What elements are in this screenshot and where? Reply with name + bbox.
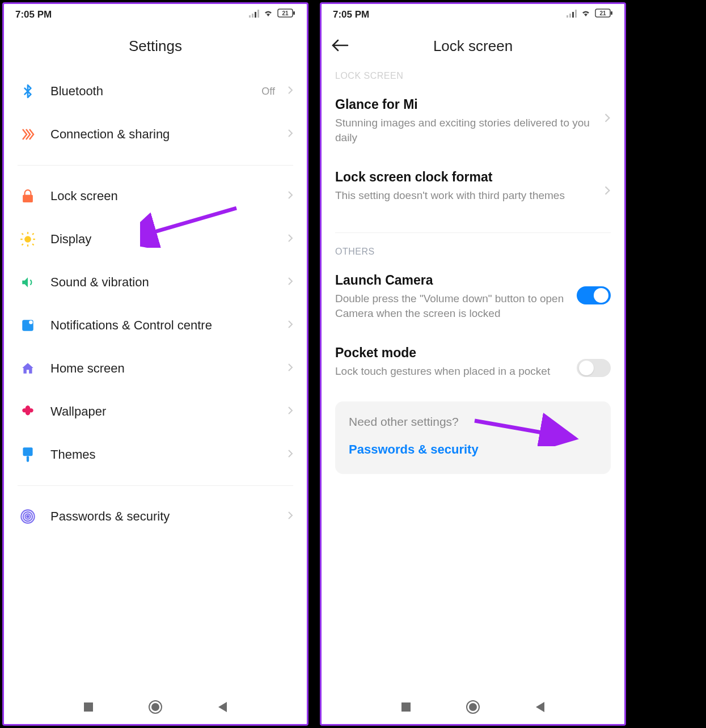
svg-rect-1 [252, 14, 253, 18]
row-label: Display [50, 232, 275, 247]
back-button[interactable] [532, 699, 548, 715]
svg-point-39 [469, 703, 477, 711]
setting-title: Pocket mode [335, 345, 568, 361]
row-sound[interactable]: Sound & vibration [18, 261, 293, 304]
back-button[interactable] [214, 699, 230, 715]
sun-icon [18, 229, 38, 249]
chevron-right-icon [604, 113, 611, 125]
row-label: Bluetooth [50, 84, 249, 99]
row-label: Home screen [50, 361, 275, 376]
svg-point-18 [29, 320, 32, 324]
svg-rect-32 [575, 10, 577, 18]
toggle-pocket-mode[interactable] [577, 359, 611, 377]
svg-line-15 [32, 234, 33, 235]
settings-list[interactable]: Bluetooth Off Connection & sharing Lock … [4, 70, 307, 692]
status-time: 7:05 PM [15, 9, 52, 20]
home-button[interactable] [465, 699, 481, 715]
chevron-right-icon [288, 129, 293, 140]
row-label: Notifications & Control centre [50, 318, 275, 333]
row-label: Passwords & security [50, 509, 275, 524]
item-pocket-mode[interactable]: Pocket mode Lock touch gestures when pla… [335, 333, 611, 391]
row-label: Themes [50, 447, 275, 462]
home-button[interactable] [147, 699, 163, 715]
setting-desc: This setting doesn't work with third par… [335, 188, 595, 203]
row-display[interactable]: Display [18, 218, 293, 261]
setting-title: Glance for Mi [335, 97, 595, 112]
row-themes[interactable]: Themes [18, 433, 293, 476]
lock-icon [18, 186, 38, 206]
svg-text:21: 21 [599, 10, 606, 16]
lockscreen-settings[interactable]: LOCK SCREEN Glance for Mi Stunning image… [322, 70, 624, 692]
flower-icon [18, 401, 38, 422]
speaker-icon [18, 272, 38, 293]
signal-icon [567, 9, 577, 20]
fingerprint-icon [18, 506, 38, 527]
svg-rect-3 [257, 10, 259, 18]
chevron-right-icon [288, 363, 293, 374]
row-passwords[interactable]: Passwords & security [18, 495, 293, 538]
status-bar: 7:05 PM 21 [4, 4, 307, 23]
nav-bar [322, 692, 624, 724]
setting-title: Launch Camera [335, 273, 568, 288]
svg-rect-30 [569, 14, 571, 18]
status-icons: 21 [567, 9, 613, 20]
svg-rect-25 [84, 702, 93, 712]
row-label: Lock screen [50, 189, 275, 204]
svg-rect-19 [23, 447, 32, 456]
row-wallpaper[interactable]: Wallpaper [18, 390, 293, 433]
page-title: Lock screen [433, 37, 513, 55]
status-bar: 7:05 PM 21 [322, 4, 624, 23]
chevron-right-icon [288, 511, 293, 522]
back-arrow-icon[interactable] [332, 39, 349, 54]
svg-point-27 [151, 703, 159, 711]
brush-icon [18, 445, 38, 465]
chevron-right-icon [288, 191, 293, 202]
chevron-right-icon [288, 449, 293, 460]
recent-button[interactable] [81, 699, 96, 715]
chevron-right-icon [288, 406, 293, 417]
battery-icon: 21 [277, 9, 295, 20]
item-clock-format[interactable]: Lock screen clock format This setting do… [335, 157, 611, 215]
item-glance[interactable]: Glance for Mi Stunning images and exciti… [335, 84, 611, 157]
header: Lock screen [322, 23, 624, 70]
svg-rect-2 [255, 12, 256, 18]
nav-bar [4, 692, 307, 724]
suggest-question: Need other settings? [349, 415, 597, 429]
svg-rect-0 [249, 15, 251, 18]
divider [18, 165, 293, 166]
row-notifications[interactable]: Notifications & Control centre [18, 304, 293, 347]
svg-rect-34 [611, 11, 612, 15]
svg-rect-20 [27, 456, 29, 462]
header: Settings [4, 23, 307, 70]
setting-desc: Double press the "Volume down" button to… [335, 291, 568, 320]
svg-rect-7 [23, 195, 32, 202]
bluetooth-icon [18, 81, 38, 101]
page-title: Settings [129, 37, 182, 55]
connection-icon [18, 124, 38, 145]
row-connection[interactable]: Connection & sharing [18, 113, 293, 156]
wifi-icon [580, 9, 591, 20]
divider [18, 485, 293, 486]
svg-rect-37 [401, 702, 411, 712]
suggest-link[interactable]: Passwords & security [349, 442, 597, 457]
row-label: Wallpaper [50, 404, 275, 419]
svg-line-16 [22, 244, 23, 245]
status-icons: 21 [249, 9, 295, 20]
svg-line-14 [32, 244, 33, 245]
recent-button[interactable] [398, 699, 414, 715]
setting-desc: Lock touch gestures when placed in a poc… [335, 364, 568, 379]
svg-rect-31 [572, 12, 574, 18]
svg-point-8 [24, 236, 31, 243]
row-home[interactable]: Home screen [18, 347, 293, 390]
row-lockscreen[interactable]: Lock screen [18, 175, 293, 218]
wifi-icon [263, 9, 274, 20]
item-launch-camera[interactable]: Launch Camera Double press the "Volume d… [335, 260, 611, 333]
phone-settings: 7:05 PM 21 Settings Bluetooth Off Connec… [2, 2, 308, 726]
toggle-launch-camera[interactable] [577, 286, 611, 304]
svg-line-13 [22, 234, 23, 235]
row-label: Connection & sharing [50, 127, 275, 142]
svg-text:21: 21 [282, 10, 289, 16]
section-label: LOCK SCREEN [335, 70, 611, 84]
suggest-box: Need other settings? Passwords & securit… [335, 401, 611, 474]
row-bluetooth[interactable]: Bluetooth Off [18, 70, 293, 113]
